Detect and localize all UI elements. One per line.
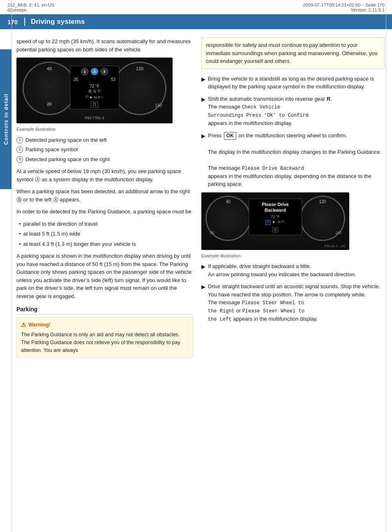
title-bar: 170 Driving systems	[0, 14, 392, 29]
bottom-status-2: P54.32-7...-31	[324, 244, 345, 248]
arrow-3-post: on the multifunction steering wheel to c…	[237, 132, 347, 139]
bullet-2: at least 5 ft (1.5 m) wide	[19, 230, 193, 238]
arrow-sym-3: ▶	[201, 132, 205, 140]
arrow-5-or: or	[236, 308, 242, 314]
warning-icon: ⚠	[21, 321, 26, 329]
speedo-left-bottom-2: 20	[210, 231, 214, 235]
arrow-5-content: Drive straight backward until an acousti…	[208, 282, 385, 323]
arrow-5-mono1: Please Steer Wheel to	[242, 300, 304, 306]
badge-3: 3	[16, 156, 23, 163]
item-2-text: Parking space symbol	[25, 146, 78, 154]
bullet-list: parallel to the direction of travel at l…	[19, 220, 193, 248]
park-icon: P	[86, 95, 89, 99]
arrow-sym-4: ▶	[201, 263, 205, 271]
arrow-list-2: ▶ If applicable, drive straight backward…	[201, 262, 385, 323]
arrow-3-content: Press OK on the multifunction steering w…	[208, 132, 385, 188]
arrow-5-mono3: Please Steer Wheel to	[242, 308, 304, 314]
arrow-sym-2: ▶	[201, 95, 205, 104]
arrow-5-extra: appears in the multifunction display.	[233, 316, 318, 322]
arrow-item-4: ▶ If applicable, drive straight backward…	[201, 262, 385, 278]
arrow-item-3: ▶ Press OK on the multifunction steering…	[201, 132, 385, 188]
img-caption-1: Example illustration	[16, 126, 193, 133]
arrow-3-pre: Press	[208, 132, 223, 139]
para-3: In order to be detected by the Parking G…	[16, 208, 193, 216]
arrow-2-mono1: Check Vehicle	[242, 104, 280, 110]
gear-n: N	[93, 89, 96, 94]
center-message-2: Please Drive Backward 72 °F P ▶ N P÷ D	[249, 199, 302, 236]
circle-2: 2	[91, 68, 98, 75]
arrow-5-text: Drive straight backward until an acousti…	[208, 283, 380, 298]
arrow-1-text: Bring the vehicle to a standstill as lon…	[208, 75, 385, 91]
circle-numbers: 1 2 3	[72, 68, 117, 75]
item-3-text: Detected parking space on the right	[25, 155, 110, 164]
speedo-left-bottom: 20	[24, 99, 75, 108]
arrow-4-text: If applicable, drive straight backward a…	[208, 263, 311, 269]
bullet-3-text: at least 4.3 ft (1.3 m) longer than your…	[23, 240, 136, 248]
page-border-right	[386, 0, 386, 532]
arrow-item-1: ▶ Bring the vehicle to a standstill as l…	[201, 75, 385, 91]
speedo-right-top: 120	[114, 66, 165, 71]
center-temp: 72 °F	[251, 215, 300, 219]
arrow-2-mono2: Surroundings Press 'OK' to Confirm	[208, 113, 309, 118]
speedo-left-1: 40 20	[23, 62, 76, 115]
bullet-1: parallel to the direction of travel	[19, 220, 193, 228]
d-icon-2: D	[251, 226, 300, 232]
warning-title-text: Warning!	[28, 321, 51, 329]
dash-inner-2: 40 20 120 140 Please Drive Backward 72 °…	[201, 192, 349, 250]
arrow-2-content: Shift the automatic transmission into re…	[208, 95, 332, 127]
dashboard-image-2: 40 20 120 140 Please Drive Backward 72 °…	[201, 192, 349, 250]
badge-1: 1	[16, 137, 23, 143]
numbered-list: 1 Detected parking space on the left 2 P…	[16, 136, 193, 164]
gear-p: P	[98, 89, 101, 94]
bullet-3: at least 4.3 ft (1.3 m) longer than your…	[19, 240, 193, 248]
park-icon-2: P	[265, 220, 270, 225]
main-content: speed of up to 22 mph (35 km/h). It scan…	[0, 29, 392, 370]
dashboard-image-1: 40 20 120 140 1 2 3	[16, 58, 173, 123]
warning-box: ⚠ Warning! The Parking Guidance is only …	[16, 317, 193, 358]
d-icon: D	[72, 101, 117, 107]
please-drive-text: Please Drive Backward	[251, 201, 300, 213]
arrow-sym-5: ▶	[201, 283, 205, 291]
np-icon-2: N P÷	[278, 220, 285, 225]
arrow-icon-2: ▶	[273, 220, 275, 225]
item-1-text: Detected parking space on the left	[25, 136, 106, 144]
center-display-1: 1 2 3 26 53 72 °F R N P P	[70, 66, 119, 109]
arrow-list-1: ▶ Bring the vehicle to a standstill as l…	[201, 75, 385, 188]
arrow-4-extra: An arrow pointing toward you indicates t…	[208, 271, 356, 278]
speedo-right-top-2: 120	[319, 199, 326, 204]
arrow-item-5: ▶ Drive straight backward until an acous…	[201, 282, 385, 323]
img-caption-2: Example illustration	[201, 252, 385, 259]
arrow-5-mono2: the Right	[208, 308, 235, 314]
speedo-left-top: 40	[24, 66, 75, 71]
speedo-right-bottom: 140	[155, 103, 162, 108]
left-column: speed of up to 22 mph (35 km/h). It scan…	[16, 37, 193, 362]
page-border-left	[12, 0, 12, 532]
speedo-left-2: 40 20	[205, 196, 251, 241]
arrow-item-2: ▶ Shift the automatic transmission into …	[201, 95, 385, 127]
list-item-3: 3 Detected parking space on the right	[16, 155, 193, 164]
icon-row-2: P ▶ N P÷	[251, 220, 300, 225]
highlight-text: responsible for safety and must continue…	[206, 42, 378, 64]
arrow-sym-1: ▶	[201, 75, 205, 83]
d-label-2: D	[272, 227, 279, 232]
arrow-3-extra1: The display in the multifunction display…	[208, 149, 381, 155]
meta-header: 212_AKB; 2; 41, en-US d2ureepe, 2009-07-…	[0, 0, 392, 14]
meta-right: 2009-07-17T09:14:21+02:00 – Seite 170 Ve…	[303, 2, 385, 12]
bullet-1-text: parallel to the direction of travel	[23, 220, 98, 228]
speedo-right-2: 120 140	[300, 196, 345, 241]
gear-r: R	[88, 89, 91, 94]
speedo-right-bottom-2: 140	[335, 231, 341, 235]
warning-title: ⚠ Warning!	[21, 321, 189, 329]
arrow-icon: ▶	[90, 95, 92, 99]
highlight-box: responsible for safety and must continue…	[201, 37, 385, 69]
badge-2: 2	[16, 146, 23, 153]
warning-text: The Parking Guidance is only an aid and …	[21, 332, 180, 353]
title-divider	[24, 18, 25, 26]
speed-val: 53	[111, 77, 115, 82]
sidebar-text: Controls in detail	[3, 94, 9, 145]
page-title: Driving systems	[31, 18, 85, 26]
circle-3: 3	[101, 68, 108, 75]
para-2: When a parking space has been detected, …	[16, 187, 193, 204]
intro-paragraph: speed of up to 22 mph (35 km/h). It scan…	[16, 37, 193, 53]
icon-row: P ▶ N P ÷	[72, 95, 117, 99]
